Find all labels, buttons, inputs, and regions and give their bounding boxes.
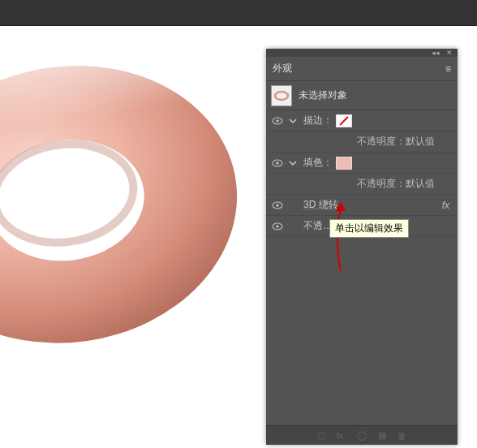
expand-toggle[interactable] (286, 117, 300, 125)
stroke-opacity-label: 不透明度：默认值 (300, 135, 435, 149)
stroke-label: 描边： (303, 114, 333, 127)
visibility-toggle[interactable] (269, 117, 286, 125)
fx-badge: fx (442, 200, 449, 211)
appearance-body: 描边： 不透明度：默认值 填色： 不透明度：默认值 (266, 110, 458, 425)
delete-icon[interactable]: 🗑 (398, 431, 406, 441)
application-menubar (0, 0, 477, 26)
collapse-icon[interactable]: ◂◂ (432, 49, 440, 57)
fill-swatch[interactable] (336, 157, 352, 170)
appearance-panel: ◂◂ ✕ 外观 ≡ 未选择对象 描边： 不透明度：默认值 (266, 49, 458, 445)
no-selection-label: 未选择对象 (299, 88, 347, 102)
svg-point-10 (276, 204, 279, 207)
new-effect-icon[interactable]: fx. (337, 431, 346, 441)
visibility-toggle[interactable] (269, 159, 286, 167)
fill-row[interactable]: 填色： (266, 153, 458, 174)
revolve-effect-row[interactable]: 3D 绕转 fx (266, 195, 458, 216)
torus-3d-object (0, 26, 251, 375)
tooltip: 单击以编辑效果 (329, 219, 409, 238)
fill-label: 填色： (303, 156, 333, 170)
panel-footer: ▢ fx. ◯ ▦ 🗑 (266, 425, 458, 445)
revolve-label[interactable]: 3D 绕转 (303, 198, 338, 212)
visibility-toggle[interactable] (269, 222, 286, 230)
close-icon[interactable]: ✕ (446, 49, 453, 57)
svg-point-4 (275, 92, 288, 100)
panel-header: 外观 ≡ (266, 57, 458, 81)
svg-point-6 (276, 119, 279, 123)
new-art-icon[interactable]: ▢ (317, 430, 325, 441)
stroke-row[interactable]: 描边： (266, 110, 458, 131)
svg-point-12 (276, 225, 279, 228)
expand-toggle[interactable] (286, 159, 300, 167)
clear-icon[interactable]: ◯ (357, 430, 367, 441)
panel-title: 外观 (273, 62, 445, 75)
stroke-opacity-row[interactable]: 不透明度：默认值 (266, 131, 458, 153)
visibility-toggle[interactable] (269, 201, 286, 209)
svg-point-8 (276, 162, 279, 165)
duplicate-icon[interactable]: ▦ (378, 430, 386, 441)
fill-opacity-label: 不透明度：默认值 (300, 177, 435, 191)
selection-thumbnail (271, 85, 292, 106)
fill-opacity-row[interactable]: 不透明度：默认值 (266, 174, 458, 195)
stroke-swatch[interactable] (336, 114, 352, 127)
panel-control-strip: ◂◂ ✕ (266, 49, 458, 57)
panel-menu-icon[interactable]: ≡ (445, 63, 451, 75)
selection-row: 未选择对象 (266, 81, 458, 110)
